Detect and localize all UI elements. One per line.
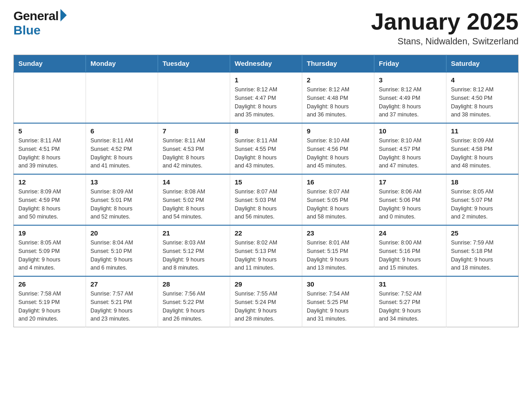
calendar-cell: 9Sunrise: 8:10 AMSunset: 4:56 PMDaylight… [302,123,374,174]
calendar-week-row: 19Sunrise: 8:05 AMSunset: 5:09 PMDayligh… [14,225,519,276]
day-number: 10 [379,127,442,135]
calendar-week-row: 5Sunrise: 8:11 AMSunset: 4:51 PMDaylight… [14,123,519,174]
calendar-cell: 19Sunrise: 8:05 AMSunset: 5:09 PMDayligh… [14,225,86,276]
day-info: Sunrise: 8:12 AMSunset: 4:48 PMDaylight:… [307,86,369,119]
day-info: Sunrise: 7:59 AMSunset: 5:18 PMDaylight:… [451,239,514,272]
day-info: Sunrise: 8:12 AMSunset: 4:49 PMDaylight:… [379,86,442,119]
calendar-week-row: 1Sunrise: 8:12 AMSunset: 4:47 PMDaylight… [14,72,519,123]
day-number: 22 [235,229,297,237]
day-number: 6 [90,127,153,135]
day-info: Sunrise: 8:09 AMSunset: 4:59 PMDaylight:… [18,188,81,221]
day-info: Sunrise: 8:05 AMSunset: 5:07 PMDaylight:… [451,188,514,221]
calendar-cell: 29Sunrise: 7:55 AMSunset: 5:24 PMDayligh… [230,276,302,327]
calendar-cell: 6Sunrise: 8:11 AMSunset: 4:52 PMDaylight… [86,123,158,174]
calendar-header-sunday: Sunday [14,55,86,73]
day-info: Sunrise: 8:11 AMSunset: 4:51 PMDaylight:… [18,137,81,170]
day-number: 15 [235,178,297,186]
logo: General Blue [13,9,67,38]
calendar-cell: 28Sunrise: 7:56 AMSunset: 5:22 PMDayligh… [158,276,230,327]
day-info: Sunrise: 8:10 AMSunset: 4:57 PMDaylight:… [379,137,442,170]
day-info: Sunrise: 8:09 AMSunset: 4:58 PMDaylight:… [451,137,514,170]
day-info: Sunrise: 7:56 AMSunset: 5:22 PMDaylight:… [163,290,225,323]
calendar-cell: 20Sunrise: 8:04 AMSunset: 5:10 PMDayligh… [86,225,158,276]
calendar-cell: 16Sunrise: 8:07 AMSunset: 5:05 PMDayligh… [302,174,374,225]
day-info: Sunrise: 8:06 AMSunset: 5:06 PMDaylight:… [379,188,442,221]
calendar-cell: 2Sunrise: 8:12 AMSunset: 4:48 PMDaylight… [302,72,374,123]
day-number: 14 [163,178,225,186]
calendar-week-row: 12Sunrise: 8:09 AMSunset: 4:59 PMDayligh… [14,174,519,225]
day-number: 17 [379,178,442,186]
day-info: Sunrise: 8:02 AMSunset: 5:13 PMDaylight:… [235,239,297,272]
day-number: 7 [163,127,225,135]
day-info: Sunrise: 7:57 AMSunset: 5:21 PMDaylight:… [90,290,153,323]
day-number: 2 [307,76,369,84]
day-info: Sunrise: 8:01 AMSunset: 5:15 PMDaylight:… [307,239,369,272]
calendar-cell: 30Sunrise: 7:54 AMSunset: 5:25 PMDayligh… [302,276,374,327]
day-info: Sunrise: 7:52 AMSunset: 5:27 PMDaylight:… [379,290,442,323]
calendar-cell: 5Sunrise: 8:11 AMSunset: 4:51 PMDaylight… [14,123,86,174]
title-section: January 2025 Stans, Nidwalden, Switzerla… [371,9,519,47]
calendar-header-tuesday: Tuesday [158,55,230,73]
day-number: 25 [451,229,514,237]
day-number: 5 [18,127,81,135]
calendar-week-row: 26Sunrise: 7:58 AMSunset: 5:19 PMDayligh… [14,276,519,327]
calendar-cell: 24Sunrise: 8:00 AMSunset: 5:16 PMDayligh… [374,225,446,276]
day-number: 8 [235,127,297,135]
day-number: 23 [307,229,369,237]
day-number: 9 [307,127,369,135]
day-info: Sunrise: 8:00 AMSunset: 5:16 PMDaylight:… [379,239,442,272]
day-number: 21 [163,229,225,237]
calendar-cell: 10Sunrise: 8:10 AMSunset: 4:57 PMDayligh… [374,123,446,174]
month-title: January 2025 [371,9,519,34]
calendar-cell: 23Sunrise: 8:01 AMSunset: 5:15 PMDayligh… [302,225,374,276]
calendar-header-wednesday: Wednesday [230,55,302,73]
calendar-cell: 13Sunrise: 8:09 AMSunset: 5:01 PMDayligh… [86,174,158,225]
calendar-header-thursday: Thursday [302,55,374,73]
day-info: Sunrise: 8:07 AMSunset: 5:03 PMDaylight:… [235,188,297,221]
calendar-cell: 8Sunrise: 8:11 AMSunset: 4:55 PMDaylight… [230,123,302,174]
day-number: 4 [451,76,514,84]
day-number: 12 [18,178,81,186]
calendar-cell [86,72,158,123]
calendar-cell: 3Sunrise: 8:12 AMSunset: 4:49 PMDaylight… [374,72,446,123]
day-number: 28 [163,280,225,288]
day-number: 26 [18,280,81,288]
logo-blue-text: Blue [13,23,41,38]
day-info: Sunrise: 8:12 AMSunset: 4:47 PMDaylight:… [235,86,297,119]
calendar-cell: 21Sunrise: 8:03 AMSunset: 5:12 PMDayligh… [158,225,230,276]
day-number: 1 [235,76,297,84]
calendar-cell: 15Sunrise: 8:07 AMSunset: 5:03 PMDayligh… [230,174,302,225]
day-number: 19 [18,229,81,237]
day-number: 3 [379,76,442,84]
day-number: 29 [235,280,297,288]
calendar-cell: 14Sunrise: 8:08 AMSunset: 5:02 PMDayligh… [158,174,230,225]
logo-general-text: General [13,9,59,23]
day-number: 16 [307,178,369,186]
day-info: Sunrise: 8:10 AMSunset: 4:56 PMDaylight:… [307,137,369,170]
calendar-cell: 22Sunrise: 8:02 AMSunset: 5:13 PMDayligh… [230,225,302,276]
day-number: 13 [90,178,153,186]
calendar-cell: 26Sunrise: 7:58 AMSunset: 5:19 PMDayligh… [14,276,86,327]
day-info: Sunrise: 7:54 AMSunset: 5:25 PMDaylight:… [307,290,369,323]
calendar-cell: 1Sunrise: 8:12 AMSunset: 4:47 PMDaylight… [230,72,302,123]
day-number: 11 [451,127,514,135]
day-info: Sunrise: 8:11 AMSunset: 4:53 PMDaylight:… [163,137,225,170]
day-info: Sunrise: 8:12 AMSunset: 4:50 PMDaylight:… [451,86,514,119]
calendar-table: SundayMondayTuesdayWednesdayThursdayFrid… [13,55,519,327]
day-number: 20 [90,229,153,237]
day-info: Sunrise: 8:09 AMSunset: 5:01 PMDaylight:… [90,188,153,221]
day-number: 24 [379,229,442,237]
calendar-cell [158,72,230,123]
calendar-cell: 31Sunrise: 7:52 AMSunset: 5:27 PMDayligh… [374,276,446,327]
calendar-cell [14,72,86,123]
day-info: Sunrise: 8:08 AMSunset: 5:02 PMDaylight:… [163,188,225,221]
calendar-cell: 11Sunrise: 8:09 AMSunset: 4:58 PMDayligh… [446,123,519,174]
day-info: Sunrise: 8:04 AMSunset: 5:10 PMDaylight:… [90,239,153,272]
calendar-cell [446,276,519,327]
logo-arrow-icon [60,9,67,21]
page-header: General Blue January 2025 Stans, Nidwald… [13,9,519,47]
location: Stans, Nidwalden, Switzerland [371,36,519,47]
calendar-cell: 25Sunrise: 7:59 AMSunset: 5:18 PMDayligh… [446,225,519,276]
day-info: Sunrise: 8:11 AMSunset: 4:55 PMDaylight:… [235,137,297,170]
day-number: 18 [451,178,514,186]
